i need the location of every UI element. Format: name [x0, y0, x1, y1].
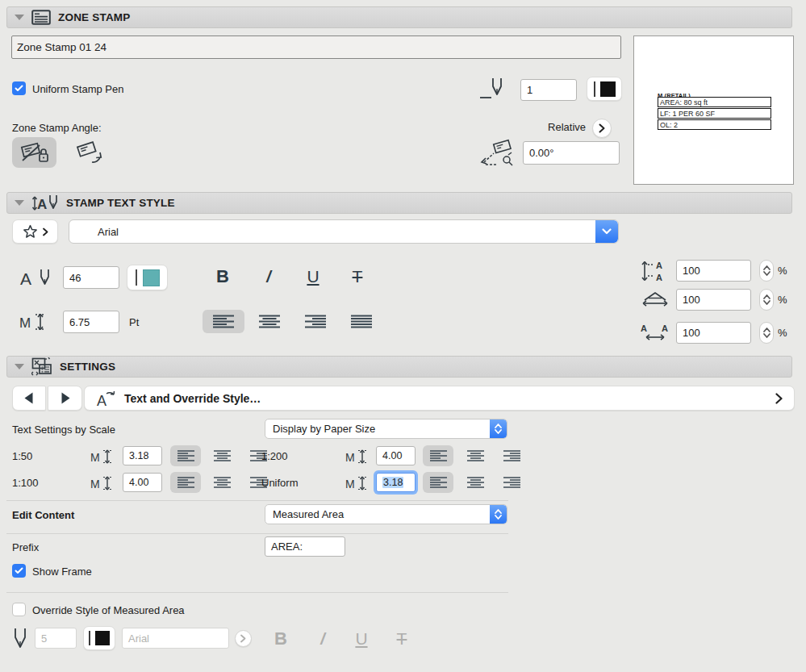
strikethrough-button[interactable]: T: [343, 265, 372, 289]
chevron-right-icon: [599, 123, 605, 133]
show-frame-checkbox[interactable]: [12, 564, 26, 578]
align-right-button[interactable]: [496, 472, 527, 493]
edit-content-dropdown[interactable]: Measured Area: [265, 504, 507, 524]
text-pen-color-button[interactable]: [127, 265, 168, 290]
rotated-angle-button[interactable]: [68, 137, 112, 168]
override-font-input[interactable]: Arial: [122, 628, 229, 649]
align-left-button[interactable]: [170, 445, 201, 466]
collapse-triangle-icon[interactable]: [15, 200, 24, 206]
section-title: STAMP TEXT STYLE: [66, 197, 175, 209]
collapse-triangle-icon[interactable]: [15, 15, 24, 20]
align-right-button[interactable]: [294, 310, 336, 333]
align-left-icon: [430, 477, 447, 488]
align-center-button[interactable]: [460, 472, 491, 493]
line-spacing-input[interactable]: 100: [676, 260, 751, 282]
uniform-stamp-pen-checkbox[interactable]: [12, 81, 26, 95]
align-center-button[interactable]: [207, 445, 237, 466]
override-italic-button[interactable]: /: [308, 627, 337, 651]
bold-button[interactable]: B: [208, 265, 237, 289]
line-spacing-unit: %: [778, 265, 787, 277]
relative-label: Relative: [532, 121, 586, 133]
panel-selector-label: Text and Override Style…: [124, 392, 261, 405]
width-factor-stepper[interactable]: [759, 289, 774, 311]
align-justify-button[interactable]: [340, 310, 382, 333]
divider: [6, 500, 508, 501]
width-factor-input[interactable]: 100: [676, 289, 751, 311]
align-left-button[interactable]: [423, 445, 453, 466]
preview-area-row: AREA: 80 sq ft: [658, 97, 771, 107]
display-mode-dropdown[interactable]: Display by Paper Size: [265, 419, 507, 439]
override-underline-button[interactable]: U: [347, 627, 376, 651]
angle-value: 0.00°: [529, 147, 554, 159]
override-bold-button[interactable]: B: [266, 627, 295, 651]
align-right-button[interactable]: [496, 445, 527, 466]
scale-size-input[interactable]: 4.00: [376, 446, 416, 465]
align-right-icon: [305, 315, 326, 328]
align-left-button[interactable]: [170, 472, 201, 493]
line-height-input[interactable]: 6.75: [63, 311, 119, 333]
section-title: ZONE STAMP: [58, 11, 131, 23]
character-spacing-input[interactable]: 100: [676, 322, 751, 344]
underline-button[interactable]: U: [299, 265, 328, 289]
align-center-button[interactable]: [248, 310, 290, 333]
align-left-icon: [213, 315, 234, 328]
align-center-button[interactable]: [207, 472, 237, 493]
override-strikethrough-button[interactable]: T: [387, 627, 416, 651]
align-right-icon: [503, 450, 520, 461]
override-style-checkbox[interactable]: [12, 603, 26, 616]
prefix-input[interactable]: AREA:: [265, 536, 345, 557]
align-center-button[interactable]: [460, 445, 491, 466]
favorites-button[interactable]: [12, 219, 58, 244]
svg-text:M: M: [345, 451, 355, 464]
align-left-icon: [177, 450, 194, 461]
chevron-down-icon: [602, 228, 612, 235]
stamp-pen-number-input[interactable]: 1: [520, 79, 577, 101]
align-left-button[interactable]: [203, 310, 244, 333]
stamp-pen-color-button[interactable]: [587, 77, 622, 101]
zone-stamp-name-value: Zone Stamp 01 24: [17, 41, 106, 53]
uniform-size-input-focused[interactable]: 3.18: [376, 473, 416, 492]
override-pen-color-button[interactable]: [83, 626, 115, 650]
zone-stamp-section-header[interactable]: ZONE STAMP: [6, 6, 792, 28]
character-spacing-stepper[interactable]: [759, 322, 774, 344]
stamp-text-style-section-header[interactable]: A STAMP TEXT STYLE: [6, 192, 792, 214]
next-panel-button[interactable]: [48, 386, 82, 411]
settings-section-header[interactable]: SETTINGS: [6, 356, 792, 378]
override-pen-number-input[interactable]: 5: [35, 628, 77, 649]
scale-size-value: 4.00: [129, 477, 148, 488]
pen-weight-bar-icon: [594, 81, 595, 97]
text-height-icon: M: [345, 449, 374, 465]
angle-value-input[interactable]: 0.00°: [523, 141, 620, 165]
align-left-button[interactable]: [423, 472, 453, 493]
font-family-dropdown[interactable]: Arial: [69, 219, 619, 244]
pen-weight-bar-icon: [89, 631, 90, 645]
relative-options-button[interactable]: [592, 119, 612, 138]
line-spacing-value: 100: [683, 265, 700, 277]
zone-stamp-preview: M (RETAIL) AREA: 80 sq ft LF: 1 PER 60 S…: [633, 35, 794, 185]
chevron-down-icon: [495, 429, 502, 434]
panel-selector-bar[interactable]: A Text and Override Style…: [84, 386, 795, 411]
line-spacing-icon: A A: [640, 260, 670, 282]
italic-button[interactable]: /: [254, 265, 283, 289]
align-left-icon: [177, 477, 194, 488]
dropdown-stepper-cap: [490, 505, 507, 524]
settings-icon: [31, 357, 52, 376]
chevron-down-icon: [763, 271, 771, 276]
svg-text:A: A: [37, 197, 47, 212]
line-spacing-stepper[interactable]: [759, 260, 774, 282]
scale-size-input[interactable]: 3.18: [123, 446, 162, 465]
scale-size-input[interactable]: 4.00: [123, 473, 162, 492]
align-center-icon: [467, 450, 484, 461]
scale-label: Uniform: [261, 477, 299, 489]
override-font-options-button[interactable]: [235, 630, 252, 647]
svg-text:M: M: [90, 451, 100, 464]
fixed-angle-button[interactable]: [12, 137, 56, 168]
collapse-triangle-icon[interactable]: [15, 364, 24, 369]
previous-panel-button[interactable]: [12, 386, 46, 411]
svg-text:A: A: [662, 323, 668, 333]
width-factor-value: 100: [683, 294, 700, 306]
svg-text:A: A: [656, 261, 662, 270]
display-mode-value: Display by Paper Size: [265, 423, 375, 435]
zone-stamp-name-input[interactable]: Zone Stamp 01 24: [11, 35, 621, 59]
font-size-input[interactable]: 46: [63, 266, 119, 289]
